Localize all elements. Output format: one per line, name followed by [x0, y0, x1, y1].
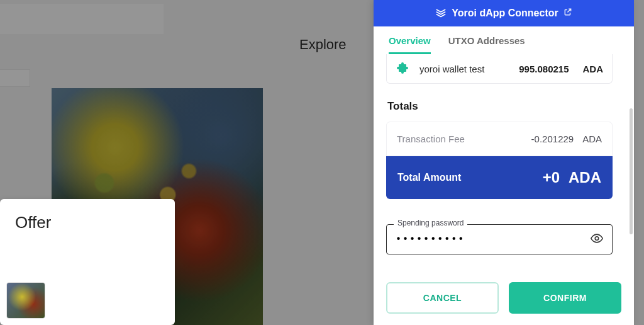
popout-icon[interactable]: [564, 8, 572, 19]
wallet-puzzle-icon: [396, 60, 412, 77]
connector-scroll-area: yoroi wallet test 995.080215 ADA Totals …: [374, 54, 634, 271]
tab-overview[interactable]: Overview: [389, 35, 431, 54]
toggle-password-visibility[interactable]: [587, 229, 606, 250]
tab-utxo-addresses[interactable]: UTXO Addresses: [448, 35, 525, 54]
spending-password-field: Spending password: [386, 224, 613, 254]
svg-point-0: [595, 237, 599, 241]
total-amount-row: Total Amount +0 ADA: [386, 156, 613, 199]
spending-password-input[interactable]: [386, 224, 613, 254]
yoroi-connector-panel: Yoroi dApp Connector Overview UTXO Addre…: [374, 0, 634, 325]
offer-dialog-title: Offer: [15, 213, 160, 232]
confirm-button[interactable]: CONFIRM: [509, 282, 621, 314]
wallet-name: yoroi wallet test: [419, 64, 484, 74]
offer-thumbnail: [6, 282, 45, 319]
offer-dialog: Offer: [0, 199, 175, 325]
total-value: +0: [543, 169, 560, 186]
fee-currency: ADA: [582, 134, 602, 144]
eye-icon: [590, 238, 604, 248]
password-label: Spending password: [394, 219, 467, 227]
yoroi-logo-icon: [435, 6, 447, 20]
connector-tabs: Overview UTXO Addresses: [374, 26, 634, 54]
cancel-button[interactable]: CANCEL: [386, 282, 499, 314]
wallet-row: yoroi wallet test 995.080215 ADA: [386, 54, 613, 84]
wallet-balance: 995.080215: [519, 64, 569, 74]
connector-title: Yoroi dApp Connector: [452, 8, 558, 19]
transaction-fee-row: Transaction Fee -0.201229 ADA: [386, 122, 613, 156]
connector-header: Yoroi dApp Connector: [374, 0, 634, 26]
scrollbar-thumb[interactable]: [630, 108, 633, 234]
fee-value: -0.201229: [531, 134, 574, 144]
total-currency: ADA: [569, 169, 601, 186]
total-label: Total Amount: [397, 172, 461, 183]
fee-label: Transaction Fee: [397, 134, 465, 144]
totals-heading: Totals: [387, 100, 621, 113]
wallet-currency: ADA: [583, 64, 604, 74]
connector-actions: CANCEL CONFIRM: [374, 271, 634, 325]
